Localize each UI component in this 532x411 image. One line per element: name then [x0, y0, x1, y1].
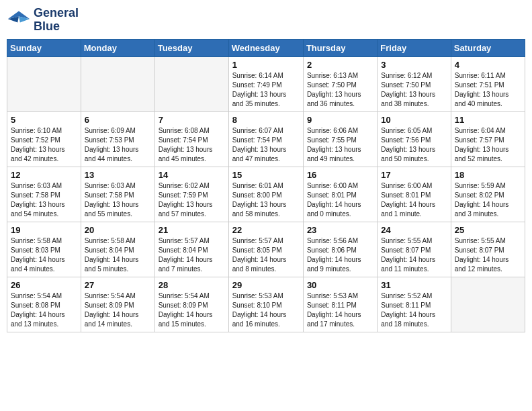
day-cell-10: 10Sunrise: 6:05 AM Sunset: 7:56 PM Dayli…	[378, 111, 451, 167]
day-info: Sunrise: 6:00 AM Sunset: 8:01 PM Dayligh…	[381, 181, 447, 219]
day-number: 25	[455, 225, 521, 235]
calendar-header-row: SundayMondayTuesdayWednesdayThursdayFrid…	[7, 39, 525, 56]
day-info: Sunrise: 6:03 AM Sunset: 7:58 PM Dayligh…	[85, 181, 151, 219]
day-number: 13	[85, 170, 151, 180]
day-cell-20: 20Sunrise: 5:58 AM Sunset: 8:04 PM Dayli…	[81, 222, 154, 277]
day-info: Sunrise: 5:54 AM Sunset: 8:08 PM Dayligh…	[11, 291, 77, 329]
day-cell-8: 8Sunrise: 6:07 AM Sunset: 7:54 PM Daylig…	[228, 111, 303, 167]
day-number: 27	[85, 280, 151, 290]
calendar-week-row: 1Sunrise: 6:14 AM Sunset: 7:49 PM Daylig…	[7, 56, 525, 111]
calendar-week-row: 19Sunrise: 5:58 AM Sunset: 8:03 PM Dayli…	[7, 222, 525, 277]
col-header-tuesday: Tuesday	[154, 39, 228, 56]
day-info: Sunrise: 5:55 AM Sunset: 8:07 PM Dayligh…	[381, 236, 447, 274]
day-number: 20	[85, 225, 151, 235]
day-cell-30: 30Sunrise: 5:53 AM Sunset: 8:11 PM Dayli…	[303, 277, 377, 332]
day-number: 1	[232, 60, 300, 70]
empty-cell	[7, 56, 81, 111]
day-info: Sunrise: 6:12 AM Sunset: 7:50 PM Dayligh…	[381, 71, 447, 109]
day-number: 8	[232, 115, 300, 125]
empty-cell	[81, 56, 154, 111]
day-info: Sunrise: 6:14 AM Sunset: 7:49 PM Dayligh…	[232, 71, 300, 109]
day-number: 5	[11, 115, 77, 125]
day-info: Sunrise: 6:02 AM Sunset: 7:59 PM Dayligh…	[159, 181, 225, 219]
day-number: 24	[381, 225, 447, 235]
day-info: Sunrise: 6:06 AM Sunset: 7:55 PM Dayligh…	[307, 126, 373, 164]
calendar-table: SundayMondayTuesdayWednesdayThursdayFrid…	[7, 39, 525, 332]
day-cell-11: 11Sunrise: 6:04 AM Sunset: 7:57 PM Dayli…	[451, 111, 525, 167]
day-info: Sunrise: 5:54 AM Sunset: 8:09 PM Dayligh…	[85, 291, 151, 329]
day-cell-17: 17Sunrise: 6:00 AM Sunset: 8:01 PM Dayli…	[378, 167, 451, 222]
svg-marker-0	[8, 11, 30, 19]
empty-cell	[451, 277, 525, 332]
calendar-week-row: 5Sunrise: 6:10 AM Sunset: 7:52 PM Daylig…	[7, 111, 525, 167]
day-cell-25: 25Sunrise: 5:55 AM Sunset: 8:07 PM Dayli…	[451, 222, 525, 277]
col-header-thursday: Thursday	[303, 39, 377, 56]
day-number: 4	[455, 60, 521, 70]
day-cell-22: 22Sunrise: 5:57 AM Sunset: 8:05 PM Dayli…	[228, 222, 303, 277]
day-cell-16: 16Sunrise: 6:00 AM Sunset: 8:01 PM Dayli…	[303, 167, 377, 222]
day-cell-31: 31Sunrise: 5:52 AM Sunset: 8:11 PM Dayli…	[378, 277, 451, 332]
day-number: 28	[159, 280, 225, 290]
day-info: Sunrise: 6:04 AM Sunset: 7:57 PM Dayligh…	[455, 126, 521, 164]
day-number: 22	[232, 225, 300, 235]
page-header: General Blue	[7, 7, 525, 34]
day-cell-13: 13Sunrise: 6:03 AM Sunset: 7:58 PM Dayli…	[81, 167, 154, 222]
day-info: Sunrise: 6:03 AM Sunset: 7:58 PM Dayligh…	[11, 181, 77, 219]
day-number: 18	[455, 170, 521, 180]
day-info: Sunrise: 5:56 AM Sunset: 8:06 PM Dayligh…	[307, 236, 373, 274]
day-info: Sunrise: 6:11 AM Sunset: 7:51 PM Dayligh…	[455, 71, 521, 109]
day-cell-2: 2Sunrise: 6:13 AM Sunset: 7:50 PM Daylig…	[303, 56, 377, 111]
col-header-sunday: Sunday	[7, 39, 81, 56]
day-number: 15	[232, 170, 300, 180]
day-cell-15: 15Sunrise: 6:01 AM Sunset: 8:00 PM Dayli…	[228, 167, 303, 222]
day-cell-4: 4Sunrise: 6:11 AM Sunset: 7:51 PM Daylig…	[451, 56, 525, 111]
calendar-week-row: 26Sunrise: 5:54 AM Sunset: 8:08 PM Dayli…	[7, 277, 525, 332]
day-info: Sunrise: 5:52 AM Sunset: 8:11 PM Dayligh…	[381, 291, 447, 329]
day-number: 6	[85, 115, 151, 125]
day-number: 23	[307, 225, 373, 235]
day-number: 7	[159, 115, 225, 125]
day-number: 16	[307, 170, 373, 180]
day-info: Sunrise: 5:58 AM Sunset: 8:04 PM Dayligh…	[85, 236, 151, 274]
day-cell-1: 1Sunrise: 6:14 AM Sunset: 7:49 PM Daylig…	[228, 56, 303, 111]
day-number: 3	[381, 60, 447, 70]
day-cell-7: 7Sunrise: 6:08 AM Sunset: 7:54 PM Daylig…	[154, 111, 228, 167]
day-info: Sunrise: 6:08 AM Sunset: 7:54 PM Dayligh…	[159, 126, 225, 164]
day-info: Sunrise: 6:10 AM Sunset: 7:52 PM Dayligh…	[11, 126, 77, 164]
day-cell-14: 14Sunrise: 6:02 AM Sunset: 7:59 PM Dayli…	[154, 167, 228, 222]
day-number: 9	[307, 115, 373, 125]
day-info: Sunrise: 6:13 AM Sunset: 7:50 PM Dayligh…	[307, 71, 373, 109]
day-cell-5: 5Sunrise: 6:10 AM Sunset: 7:52 PM Daylig…	[7, 111, 81, 167]
day-info: Sunrise: 6:07 AM Sunset: 7:54 PM Dayligh…	[232, 126, 300, 164]
day-cell-9: 9Sunrise: 6:06 AM Sunset: 7:55 PM Daylig…	[303, 111, 377, 167]
day-number: 19	[11, 225, 77, 235]
day-info: Sunrise: 5:55 AM Sunset: 8:07 PM Dayligh…	[455, 236, 521, 274]
day-info: Sunrise: 5:53 AM Sunset: 8:10 PM Dayligh…	[232, 291, 300, 329]
col-header-monday: Monday	[81, 39, 154, 56]
day-cell-6: 6Sunrise: 6:09 AM Sunset: 7:53 PM Daylig…	[81, 111, 154, 167]
day-number: 30	[307, 280, 373, 290]
day-cell-18: 18Sunrise: 5:59 AM Sunset: 8:02 PM Dayli…	[451, 167, 525, 222]
logo-bird-icon	[7, 8, 31, 32]
day-info: Sunrise: 5:59 AM Sunset: 8:02 PM Dayligh…	[455, 181, 521, 219]
day-number: 21	[159, 225, 225, 235]
col-header-wednesday: Wednesday	[228, 39, 303, 56]
col-header-friday: Friday	[378, 39, 451, 56]
day-cell-29: 29Sunrise: 5:53 AM Sunset: 8:10 PM Dayli…	[228, 277, 303, 332]
day-cell-23: 23Sunrise: 5:56 AM Sunset: 8:06 PM Dayli…	[303, 222, 377, 277]
day-info: Sunrise: 6:01 AM Sunset: 8:00 PM Dayligh…	[232, 181, 300, 219]
day-info: Sunrise: 6:09 AM Sunset: 7:53 PM Dayligh…	[85, 126, 151, 164]
day-cell-12: 12Sunrise: 6:03 AM Sunset: 7:58 PM Dayli…	[7, 167, 81, 222]
day-number: 26	[11, 280, 77, 290]
calendar-week-row: 12Sunrise: 6:03 AM Sunset: 7:58 PM Dayli…	[7, 167, 525, 222]
day-number: 11	[455, 115, 521, 125]
col-header-saturday: Saturday	[451, 39, 525, 56]
logo: General Blue	[7, 7, 79, 34]
day-number: 14	[159, 170, 225, 180]
day-number: 2	[307, 60, 373, 70]
day-cell-21: 21Sunrise: 5:57 AM Sunset: 8:04 PM Dayli…	[154, 222, 228, 277]
day-info: Sunrise: 5:57 AM Sunset: 8:05 PM Dayligh…	[232, 236, 300, 274]
day-info: Sunrise: 5:57 AM Sunset: 8:04 PM Dayligh…	[159, 236, 225, 274]
day-cell-26: 26Sunrise: 5:54 AM Sunset: 8:08 PM Dayli…	[7, 277, 81, 332]
logo-text: General Blue	[34, 7, 79, 34]
